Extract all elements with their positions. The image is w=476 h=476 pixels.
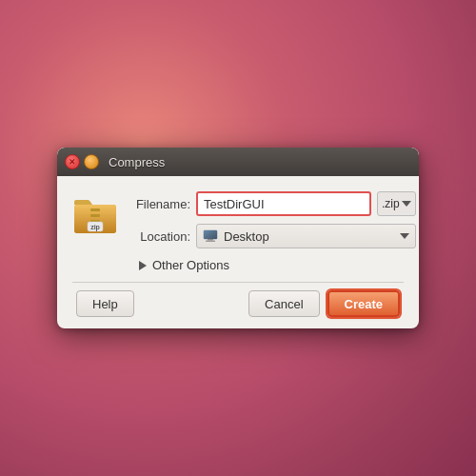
location-row: Location: <box>129 224 416 248</box>
zip-icon: zip <box>72 191 118 237</box>
extension-label: .zip <box>382 197 400 210</box>
dialog-title: Compress <box>109 155 165 169</box>
divider <box>72 282 404 283</box>
other-options-row[interactable]: Other Options <box>139 258 404 272</box>
compress-dialog: ✕ Compress zip <box>57 148 419 328</box>
window-controls: ✕ <box>65 154 99 169</box>
extension-dropdown[interactable]: .zip <box>377 191 416 216</box>
other-options-label: Other Options <box>152 258 229 272</box>
filename-input[interactable] <box>196 191 371 216</box>
form-area: Filename: .zip Location: <box>129 191 416 248</box>
action-buttons: Cancel Create <box>248 290 400 317</box>
dialog-body: zip Filename: .zip <box>57 176 419 328</box>
desktop-icon <box>203 229 218 243</box>
button-row: Help Cancel Create <box>72 290 404 317</box>
svg-rect-2 <box>90 208 100 211</box>
other-options-triangle-icon <box>139 261 147 270</box>
svg-rect-10 <box>206 241 215 243</box>
close-button[interactable]: ✕ <box>65 154 80 169</box>
content-row: zip Filename: .zip <box>72 191 404 248</box>
help-button[interactable]: Help <box>76 290 134 317</box>
location-value: Desktop <box>224 229 394 244</box>
filename-label: Filename: <box>129 197 190 211</box>
filename-row: Filename: .zip <box>129 191 416 216</box>
titlebar: ✕ Compress <box>57 148 419 176</box>
location-label: Location: <box>129 229 190 244</box>
svg-rect-8 <box>204 230 217 239</box>
svg-text:zip: zip <box>90 224 100 231</box>
create-button[interactable]: Create <box>327 290 400 317</box>
location-dropdown[interactable]: Desktop <box>196 224 416 248</box>
minimize-button[interactable] <box>84 154 99 169</box>
svg-rect-3 <box>90 214 100 217</box>
cancel-button[interactable]: Cancel <box>248 290 319 317</box>
extension-chevron-icon <box>402 201 411 207</box>
svg-rect-9 <box>208 239 213 241</box>
location-chevron-icon <box>400 233 409 239</box>
